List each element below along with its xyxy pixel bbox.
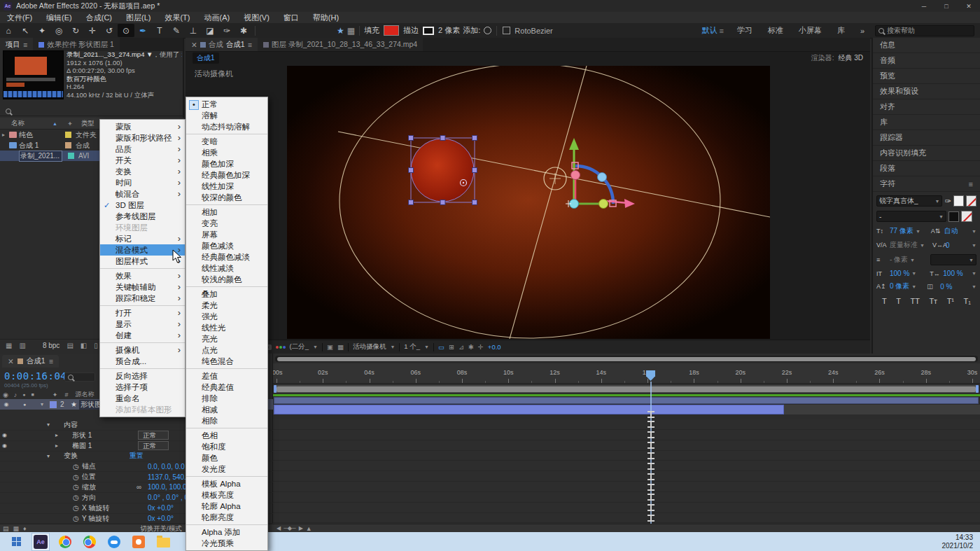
submenu-item[interactable]: 屏幕 xyxy=(186,229,267,240)
work-area-start-handle[interactable] xyxy=(274,385,276,393)
help-search-input[interactable]: 搜索帮助 xyxy=(875,25,974,36)
source-name-column[interactable]: 源名称 xyxy=(75,390,94,399)
checkerboard-icon[interactable]: ▦ xyxy=(337,343,344,351)
mojikumi-select[interactable]: ▼ xyxy=(930,254,976,265)
submenu-item[interactable]: 线性加深 xyxy=(186,181,267,192)
property-value[interactable]: 0x +0.0° xyxy=(148,515,174,522)
panel-menu-icon[interactable]: ≡ xyxy=(23,41,27,49)
list-view-icon[interactable]: ▥ xyxy=(19,342,25,349)
menu-item[interactable]: 关键帧辅助 xyxy=(100,281,185,293)
fill-label[interactable]: 填充 xyxy=(364,25,379,36)
layer1-duration-bar[interactable] xyxy=(274,397,979,404)
rotobezier-checkbox[interactable] xyxy=(503,27,510,34)
menu-item[interactable]: 编辑(E) xyxy=(39,13,79,23)
style-button[interactable]: TT xyxy=(910,297,919,305)
workspace-overflow-icon[interactable]: » xyxy=(860,27,864,35)
menu-item[interactable]: 品质 xyxy=(100,144,185,155)
stroke-color-swatch[interactable] xyxy=(966,195,976,207)
tracking-value[interactable]: 0 xyxy=(946,242,950,249)
fill-stroke-swatch[interactable] xyxy=(948,211,959,222)
hand-tool[interactable]: ✦ xyxy=(34,24,50,37)
menu-item[interactable]: 视图(V) xyxy=(237,13,276,23)
submenu-item[interactable]: 经典颜色加深 xyxy=(186,169,267,181)
menu-item[interactable]: 标记 xyxy=(100,233,185,244)
menu-item[interactable]: 参考线图层 xyxy=(100,211,185,222)
tsume-value[interactable]: 0 % xyxy=(940,283,952,291)
taskbar-chrome[interactable] xyxy=(57,533,74,550)
taskbar-after-effects[interactable]: Ae xyxy=(32,533,49,550)
resolution-select[interactable]: (二分_ xyxy=(290,342,309,351)
stopwatch-icon[interactable]: ◷ xyxy=(73,483,82,491)
flowchart-mini-icon[interactable]: ▦ xyxy=(13,525,20,532)
panel-menu-icon[interactable]: ≡ xyxy=(49,357,53,365)
font-family-select[interactable]: 锐字真言体_▼ xyxy=(876,195,942,207)
submenu-item[interactable]: 差值 xyxy=(186,370,267,382)
submenu-item[interactable]: 色相 xyxy=(186,430,267,441)
label-color-chip[interactable] xyxy=(65,132,71,138)
video-column-icon[interactable]: ◉ xyxy=(3,391,8,398)
shape-tool[interactable]: ⊙ xyxy=(118,24,134,37)
menu-item[interactable]: 选择子项 xyxy=(100,382,185,393)
panel-tab-align[interactable]: 对齐 xyxy=(873,99,980,115)
menu-item[interactable]: 添加到基本图形 xyxy=(100,404,185,415)
panel-tab-content-aware-fill[interactable]: 内容识别填充 xyxy=(873,146,980,161)
workspace-default[interactable]: 默认 xyxy=(701,25,717,36)
work-area-bar[interactable] xyxy=(274,385,979,393)
taskbar-file-explorer[interactable] xyxy=(155,533,172,550)
submenu-item[interactable]: Alpha 添加 xyxy=(186,526,267,538)
current-timecode[interactable]: 0:00:16:04 xyxy=(4,370,66,382)
maximize-button[interactable]: □ xyxy=(935,0,958,12)
taskbar-screen-recorder[interactable] xyxy=(130,533,147,550)
render-mini-icon[interactable]: ♦ xyxy=(23,525,27,532)
label-color-chip[interactable] xyxy=(65,142,71,148)
submenu-item[interactable]: 纯色混合 xyxy=(186,356,267,369)
stopwatch-icon[interactable]: ◷ xyxy=(73,494,82,501)
submenu-item[interactable]: 变亮 xyxy=(186,218,267,229)
property-value[interactable]: 正常 xyxy=(138,431,169,440)
timeline-tab[interactable]: ✕ 合成1 ≡ xyxy=(2,355,59,368)
menu-item[interactable]: 帮助(H) xyxy=(306,13,346,23)
layer-color-chip[interactable] xyxy=(49,400,57,409)
menu-item[interactable]: 文件(F) xyxy=(0,13,39,23)
new-comp-icon[interactable]: ◧ xyxy=(80,342,87,349)
exposure-value[interactable]: +0.0 xyxy=(488,343,501,351)
menu-item[interactable]: 时间 xyxy=(100,177,185,188)
submenu-item[interactable]: 相除 xyxy=(186,415,267,428)
start-button[interactable] xyxy=(8,533,24,550)
stopwatch-icon[interactable]: ◷ xyxy=(73,504,82,512)
rotate-tool[interactable]: ↺ xyxy=(101,24,118,37)
menu-item[interactable]: 打开 xyxy=(100,307,185,319)
style-button[interactable]: T¹ xyxy=(947,297,954,305)
menu-item[interactable]: 变换 xyxy=(100,166,185,177)
zoom-in-icon[interactable]: ▶ xyxy=(299,525,303,531)
stopwatch-icon[interactable]: ◷ xyxy=(73,473,82,481)
menu-item[interactable]: 环境图层 xyxy=(100,222,185,233)
submenu-item[interactable]: 正常 xyxy=(186,99,267,110)
submenu-item[interactable]: 模板亮度 xyxy=(186,489,267,501)
font-style-select[interactable]: -▼ xyxy=(876,211,946,222)
menu-item[interactable]: 反向选择 xyxy=(100,370,185,382)
timeline-graph-icon[interactable]: ⊿ xyxy=(458,343,464,351)
submenu-item[interactable]: 轮廓 Alpha xyxy=(186,501,267,512)
zoom-slider[interactable]: ─◆─ xyxy=(284,525,296,531)
panel-tab-info[interactable]: 信息 xyxy=(873,38,980,53)
close-tab-icon[interactable]: ✕ xyxy=(191,41,197,49)
add-label[interactable]: 添加: xyxy=(463,25,480,36)
property-value[interactable]: 0x +0.0° xyxy=(148,504,174,512)
zoom-out-icon[interactable]: ◀ xyxy=(276,525,281,531)
transparency-grid-icon[interactable]: ▦ xyxy=(347,26,355,36)
pen-tool[interactable]: ✒ xyxy=(134,24,151,37)
menu-item[interactable]: 图层(L) xyxy=(119,13,158,23)
submenu-item[interactable]: 颜色 xyxy=(186,452,267,463)
menu-item[interactable]: 重命名 xyxy=(100,393,185,404)
panel-tab-effects-presets[interactable]: 效果和预设 xyxy=(873,84,980,99)
menu-item[interactable]: 预合成... xyxy=(100,356,185,369)
panel-tab-character[interactable]: 字符 ≡ xyxy=(873,176,980,192)
panel-tab-libraries[interactable]: 库 xyxy=(873,115,980,130)
stroke-color-swatch[interactable] xyxy=(423,27,434,35)
rotobrush-tool[interactable]: ✑ xyxy=(218,24,235,37)
workspace-menu-icon[interactable]: ≡ xyxy=(719,27,723,35)
menu-item[interactable]: 合成(C) xyxy=(79,13,119,23)
workspace-item[interactable]: 学习 xyxy=(737,25,752,36)
submenu-item[interactable]: 相减 xyxy=(186,404,267,415)
